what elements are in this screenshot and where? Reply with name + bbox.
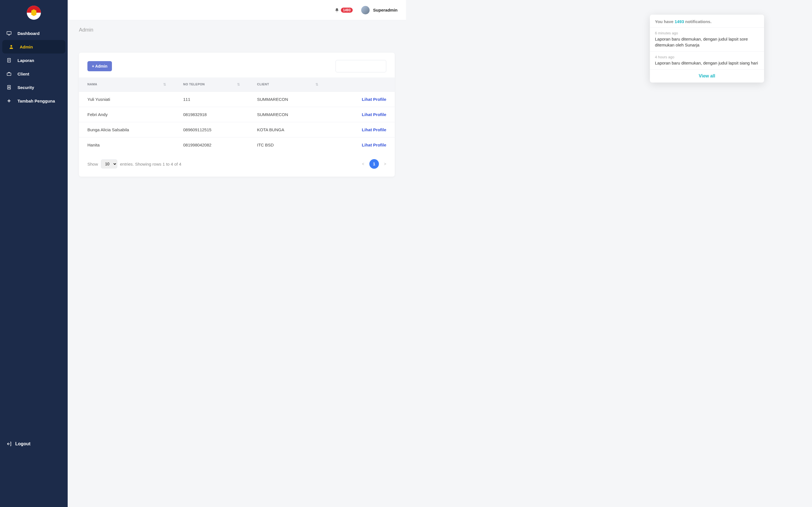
pager-next[interactable]: > <box>384 162 386 166</box>
add-admin-button[interactable]: + Admin <box>87 61 112 71</box>
pager: < 1 > <box>362 159 386 169</box>
table-row: Bunga Alicia Salsabila089609112515KOTA B… <box>79 122 395 137</box>
document-icon <box>6 57 12 63</box>
admin-table: NAMA⇅ NO TELEPON⇅ CLIENT⇅ Yuli Yusniati1… <box>79 77 395 152</box>
table-row: Yuli Yusniati111SUMMARECONLihat Profile <box>79 92 395 107</box>
cell-nama: Yuli Yusniati <box>79 92 175 107</box>
sidebar: Dashboard Admin Laporan Client Security … <box>0 0 68 253</box>
notifications-button[interactable]: 1493 <box>335 8 353 13</box>
cell-client: KOTA BUNGA <box>249 122 327 137</box>
table-row: Febri Andy0819832918SUMMARECONLihat Prof… <box>79 107 395 122</box>
id-badge-icon <box>6 84 12 90</box>
cell-telepon: 081998042082 <box>175 137 249 153</box>
col-client[interactable]: CLIENT⇅ <box>249 77 327 92</box>
svg-rect-0 <box>7 32 11 34</box>
user-menu[interactable]: Superadmin <box>361 6 398 14</box>
view-profile-link[interactable]: Lihat Profile <box>327 107 395 122</box>
entries-text: entries. Showing rows 1 to 4 of 4 <box>120 162 182 166</box>
monitor-icon <box>6 31 12 36</box>
topbar: 1493 Superadmin <box>68 0 406 20</box>
sort-icon: ⇅ <box>237 82 240 87</box>
cell-client: SUMMARECON <box>249 92 327 107</box>
svg-point-5 <box>9 87 10 87</box>
sidebar-item-label: Security <box>17 85 34 90</box>
logo-wrap <box>0 3 68 26</box>
entries-select[interactable]: 10 <box>101 159 117 168</box>
cell-nama: Bunga Alicia Salsabila <box>79 122 175 137</box>
app-logo[interactable] <box>27 6 41 20</box>
avatar <box>361 6 370 14</box>
page-title: Admin <box>79 27 395 33</box>
sidebar-item-label: Client <box>17 71 29 76</box>
view-profile-link[interactable]: Lihat Profile <box>327 122 395 137</box>
user-icon <box>8 44 14 50</box>
main: 1493 Superadmin Admin + Admin NAMA⇅ NO T… <box>68 0 406 183</box>
svg-rect-3 <box>7 73 11 75</box>
show-label: Show <box>87 162 98 166</box>
sidebar-item-label: Admin <box>20 45 33 49</box>
briefcase-icon <box>6 71 12 76</box>
cell-telepon: 0819832918 <box>175 107 249 122</box>
username: Superadmin <box>373 8 398 12</box>
sidebar-item-dashboard[interactable]: Dashboard <box>0 26 68 40</box>
sort-icon: ⇅ <box>315 82 319 87</box>
sidebar-item-label: Dashboard <box>17 31 40 36</box>
pager-page-1[interactable]: 1 <box>369 159 379 169</box>
notification-badge: 1493 <box>341 8 353 13</box>
sidebar-item-laporan[interactable]: Laporan <box>0 54 68 67</box>
card-toolbar: + Admin <box>79 58 395 77</box>
view-profile-link[interactable]: Lihat Profile <box>327 92 395 107</box>
cell-telepon: 089609112515 <box>175 122 249 137</box>
pager-prev[interactable]: < <box>362 162 364 166</box>
search-input[interactable] <box>336 60 386 72</box>
sidebar-item-label: Laporan <box>17 58 34 63</box>
sidebar-item-label: Tambah Pengguna <box>17 99 55 103</box>
col-action <box>327 77 395 92</box>
sidebar-item-client[interactable]: Client <box>0 67 68 80</box>
cell-nama: Hanita <box>79 137 175 153</box>
sort-icon: ⇅ <box>163 82 166 87</box>
cell-nama: Febri Andy <box>79 107 175 122</box>
nav-menu: Dashboard Admin Laporan Client Security … <box>0 26 68 108</box>
sidebar-item-tambah-pengguna[interactable]: Tambah Pengguna <box>0 94 68 108</box>
table-footer: Show 10 entries. Showing rows 1 to 4 of … <box>79 152 395 169</box>
table-row: Hanita081998042082ITC BSDLihat Profile <box>79 137 395 153</box>
sidebar-item-admin[interactable]: Admin <box>2 40 65 54</box>
plus-icon <box>6 98 12 104</box>
cell-telepon: 111 <box>175 92 249 107</box>
sidebar-item-security[interactable]: Security <box>0 80 68 94</box>
col-nama[interactable]: NAMA⇅ <box>79 77 175 92</box>
view-profile-link[interactable]: Lihat Profile <box>327 137 395 153</box>
cell-client: ITC BSD <box>249 137 327 153</box>
admin-card: + Admin NAMA⇅ NO TELEPON⇅ CLIENT⇅ Yuli Y… <box>79 53 395 177</box>
cell-client: SUMMARECON <box>249 107 327 122</box>
bell-icon <box>335 8 339 12</box>
svg-point-1 <box>10 45 12 47</box>
col-telepon[interactable]: NO TELEPON⇅ <box>175 77 249 92</box>
content: Admin + Admin NAMA⇅ NO TELEPON⇅ CLIENT⇅ … <box>68 20 406 183</box>
